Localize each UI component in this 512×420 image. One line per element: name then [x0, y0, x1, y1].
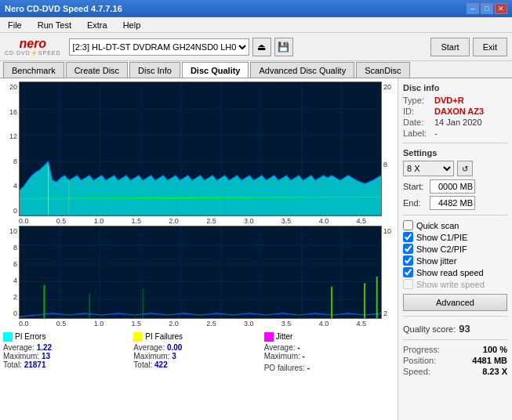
title-bar-controls: ─ □ ✕ [467, 3, 507, 14]
top-chart-y-min: 0 [3, 207, 17, 215]
advanced-button[interactable]: Advanced [403, 294, 507, 311]
tab-scandisc[interactable]: ScanDisc [356, 62, 409, 78]
show-jitter-checkbox[interactable] [403, 255, 413, 266]
bottom-chart-y-mid3: 4 [3, 277, 17, 284]
bottom-chart-svg [20, 226, 381, 318]
top-chart-y-mid4: 4 [3, 182, 17, 190]
disc-id-label: ID: [403, 107, 431, 116]
quality-score-label: Quality score: [403, 324, 456, 334]
top-chart-y-max: 20 [3, 83, 17, 91]
pi-failures-total-label: Total: [133, 360, 152, 369]
settings-title: Settings [403, 148, 507, 158]
progress-section: Progress: 100 % Position: 4481 MB Speed:… [403, 345, 507, 376]
refresh-button[interactable]: ↺ [457, 161, 473, 176]
stats-row: PI Errors Average: 1.22 Maximum: 13 Tota… [3, 329, 394, 374]
po-failures-label: PO failures: [264, 364, 305, 372]
disc-date-row: Date: 14 Jan 2020 [403, 118, 507, 127]
show-read-speed-label: Show read speed [416, 268, 484, 277]
top-chart-svg [20, 82, 381, 215]
show-read-speed-row: Show read speed [403, 267, 507, 277]
tab-benchmark[interactable]: Benchmark [3, 62, 64, 78]
tab-disc-info[interactable]: Disc Info [129, 62, 180, 78]
disc-label-row: Label: - [403, 129, 507, 138]
pi-failures-total-value: 422 [154, 360, 168, 369]
start-mb-label: Start: [403, 182, 427, 191]
jitter-label: Jitter [276, 332, 293, 341]
minimize-button[interactable]: ─ [467, 3, 479, 14]
drive-select[interactable]: [2:3] HL-DT-ST DVDRAM GH24NSD0 LH00 [69, 38, 249, 56]
pi-failures-avg-value: 0.00 [167, 343, 182, 352]
title-bar: Nero CD-DVD Speed 4.7.7.16 ─ □ ✕ [0, 0, 512, 17]
quality-score-value: 93 [459, 323, 470, 335]
menu-run-test[interactable]: Run Test [33, 19, 76, 31]
tab-create-disc[interactable]: Create Disc [66, 62, 128, 78]
end-mb-input[interactable] [430, 196, 475, 210]
jitter-avg-value: - [297, 343, 300, 352]
disc-type-value: DVD+R [434, 96, 464, 105]
show-read-speed-checkbox[interactable] [403, 267, 413, 277]
disc-type-row: Type: DVD+R [403, 96, 507, 105]
start-mb-input[interactable] [430, 179, 475, 194]
show-jitter-label: Show jitter [416, 256, 456, 266]
top-chart-y-right: 20 [383, 83, 394, 91]
settings-speed-row: 8 X ↺ [403, 161, 507, 176]
tab-bar: Benchmark Create Disc Disc Info Disc Qua… [0, 61, 512, 78]
title-bar-text: Nero CD-DVD Speed 4.7.7.16 [5, 4, 122, 13]
exit-button[interactable]: Exit [473, 38, 507, 56]
menu-extra[interactable]: Extra [82, 19, 112, 31]
position-label: Position: [403, 356, 436, 365]
pi-failures-legend-box [133, 332, 143, 342]
pi-failures-stats: PI Failures Average: 0.00 Maximum: 3 Tot… [133, 332, 263, 372]
pi-failures-label: PI Failures [145, 332, 183, 341]
svg-marker-12 [20, 161, 381, 215]
menu-file[interactable]: File [3, 19, 27, 31]
chart-area: 20 16 12 8 4 0 [0, 78, 398, 420]
save-button[interactable]: 💾 [274, 38, 293, 56]
pi-failures-avg-label: Average: [133, 343, 165, 352]
menu-bar: File Run Test Extra Help [0, 17, 512, 33]
bottom-chart-y-mid2: 6 [3, 260, 17, 268]
show-c1-row: Show C1/PIE [403, 232, 507, 242]
start-mb-row: Start: [403, 179, 507, 194]
divider-3 [403, 316, 507, 317]
speed-select[interactable]: 8 X [403, 161, 454, 176]
progress-value: 100 % [483, 345, 507, 354]
maximize-button[interactable]: □ [481, 3, 493, 14]
eject-button[interactable]: ⏏ [252, 38, 271, 56]
tab-advanced-disc-quality[interactable]: Advanced Disc Quality [250, 62, 354, 78]
nero-logo: nero CD·DVD⚡SPEED [5, 37, 61, 57]
disc-label-value: - [434, 129, 438, 138]
start-button[interactable]: Start [430, 38, 469, 56]
disc-id-value: DAXON AZ3 [434, 107, 484, 116]
position-value: 4481 MB [472, 356, 507, 365]
pi-errors-label: PI Errors [15, 332, 45, 341]
top-chart-y-mid3: 8 [3, 158, 17, 165]
show-c1-label: Show C1/PIE [416, 233, 467, 242]
tab-disc-quality[interactable]: Disc Quality [182, 62, 249, 78]
top-chart-y-mid1: 16 [3, 108, 17, 116]
jitter-avg-label: Average: [264, 343, 296, 352]
speed-label: Speed: [403, 367, 430, 376]
pi-errors-legend-box [3, 332, 13, 342]
bottom-chart-y-min: 0 [3, 310, 17, 317]
bottom-chart-y-mid1: 8 [3, 244, 17, 252]
pi-errors-max-value: 13 [42, 352, 50, 360]
pi-errors-max-label: Maximum: [3, 352, 39, 360]
end-mb-row: End: [403, 196, 507, 210]
quick-scan-checkbox[interactable] [403, 220, 413, 230]
show-c1-checkbox[interactable] [403, 232, 413, 242]
quality-score-row: Quality score: 93 [403, 323, 507, 335]
close-button[interactable]: ✕ [495, 3, 507, 14]
quick-scan-row: Quick scan [403, 220, 507, 230]
bottom-chart-y-mid4: 2 [3, 293, 17, 301]
show-write-speed-row: Show write speed [403, 279, 507, 289]
disc-id-row: ID: DAXON AZ3 [403, 107, 507, 116]
pi-failures-max-value: 3 [172, 352, 176, 360]
disc-info-title: Disc info [403, 83, 507, 92]
speed-row: Speed: 8.23 X [403, 367, 507, 376]
quick-scan-label: Quick scan [416, 221, 459, 230]
menu-help[interactable]: Help [118, 19, 146, 31]
po-failures-value: - [307, 364, 310, 372]
jitter-max-label: Maximum: [264, 352, 300, 360]
show-c2-checkbox[interactable] [403, 244, 413, 254]
